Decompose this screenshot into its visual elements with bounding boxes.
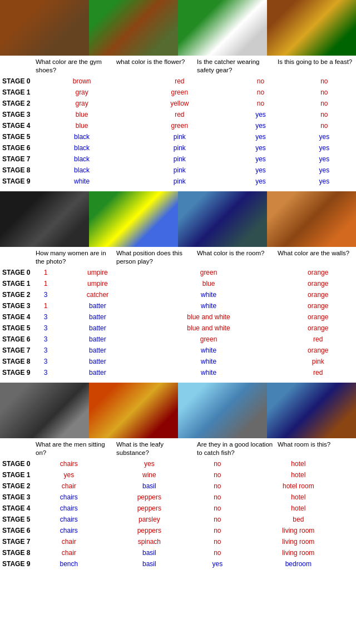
answer-2-1-3: hotel <box>241 469 356 480</box>
table-row: STAGE 6chairspeppersnoliving room <box>0 525 356 536</box>
data-table-2: STAGE 0chairsyesnohotelSTAGE 1yeswinenoh… <box>0 458 356 569</box>
answer-2-7-3: living room <box>241 536 356 547</box>
answer-0-6-1: pink <box>130 142 229 153</box>
image-cell-1-1 <box>89 191 178 247</box>
answer-1-4-0: 3 <box>33 311 58 323</box>
stage-label-0-2: STAGE 2 <box>0 98 33 109</box>
answer-2-5-0: chairs <box>33 514 105 525</box>
image-img-bedroom <box>267 383 356 438</box>
images-row-0 <box>0 0 356 56</box>
answer-0-6-0: black <box>33 142 130 153</box>
table-row: STAGE 1yeswinenohotel <box>0 469 356 480</box>
answer-0-1-3: no <box>293 87 356 98</box>
image-cell-0-2 <box>178 0 267 56</box>
answer-1-6-2: green <box>137 334 280 345</box>
answer-0-3-0: blue <box>33 109 130 120</box>
table-row: STAGE 63battergreenred <box>0 334 356 345</box>
answer-2-7-2: no <box>194 536 241 547</box>
answer-2-6-0: chairs <box>33 525 105 536</box>
answer-1-3-2: white <box>137 300 280 311</box>
answer-1-5-0: 3 <box>33 323 58 334</box>
answer-2-2-2: no <box>194 480 241 492</box>
image-cell-2-1 <box>89 383 178 438</box>
stage-label-2-7: STAGE 7 <box>0 536 33 547</box>
stage-label-1-2: STAGE 2 <box>0 289 33 300</box>
answer-2-5-2: no <box>194 514 241 525</box>
answer-1-8-3: pink <box>280 356 356 367</box>
answer-0-8-0: black <box>33 165 130 176</box>
image-img-men <box>0 383 89 438</box>
table-row: STAGE 73batterwhiteorange <box>0 345 356 356</box>
question-0-0: What color are the gym shoes? <box>33 58 114 75</box>
answer-2-0-3: hotel <box>241 458 356 469</box>
answer-0-0-3: no <box>293 76 356 87</box>
answer-0-8-1: pink <box>130 165 229 176</box>
image-img-feast <box>267 0 356 56</box>
table-row: STAGE 4chairspeppersnohotel <box>0 503 356 514</box>
answer-1-0-1: umpire <box>58 267 137 278</box>
answer-0-3-2: yes <box>229 109 292 120</box>
answer-0-7-3: yes <box>293 153 356 165</box>
answer-2-6-2: no <box>194 525 241 536</box>
answer-1-9-3: red <box>280 367 356 378</box>
stage-label-1-8: STAGE 8 <box>0 356 33 367</box>
answer-0-9-1: pink <box>130 176 229 187</box>
answer-2-9-0: bench <box>33 558 105 569</box>
answer-1-0-2: green <box>137 267 280 278</box>
answer-0-4-0: blue <box>33 120 130 131</box>
answer-0-1-2: no <box>229 87 292 98</box>
answer-1-8-1: batter <box>58 356 137 367</box>
answer-1-2-3: orange <box>280 289 356 300</box>
table-row: STAGE 0chairsyesnohotel <box>0 458 356 469</box>
answer-0-7-2: yes <box>229 153 292 165</box>
answer-0-0-2: no <box>229 76 292 87</box>
answer-0-0-1: red <box>130 76 229 87</box>
answer-1-1-1: umpire <box>58 278 137 289</box>
question-2-3: What room is this? <box>275 440 356 457</box>
table-row: STAGE 8blackpinkyesyes <box>0 165 356 176</box>
image-cell-0-3 <box>267 0 356 56</box>
image-img-baseball <box>89 191 178 247</box>
stage-label-2-8: STAGE 8 <box>0 547 33 558</box>
answer-1-7-1: batter <box>58 345 137 356</box>
answer-0-9-2: yes <box>229 176 292 187</box>
question-1-3: What color are the walls? <box>275 249 356 266</box>
table-row: STAGE 7blackpinkyesyes <box>0 153 356 165</box>
answer-0-1-0: gray <box>33 87 130 98</box>
answer-1-2-1: catcher <box>58 289 137 300</box>
answer-0-5-1: pink <box>130 131 229 142</box>
table-row: STAGE 53batterblue and whiteorange <box>0 323 356 334</box>
answer-1-6-1: batter <box>58 334 137 345</box>
question-2-2: Are they in a good location to catch fis… <box>195 440 275 457</box>
answer-0-1-1: green <box>130 87 229 98</box>
answer-2-4-2: no <box>194 503 241 514</box>
stage-label-0-3: STAGE 3 <box>0 109 33 120</box>
table-row: STAGE 9whitepinkyesyes <box>0 176 356 187</box>
answer-2-9-1: basil <box>105 558 194 569</box>
answer-1-0-0: 1 <box>33 267 58 278</box>
table-row: STAGE 7chairspinachnoliving room <box>0 536 356 547</box>
answer-2-3-0: chairs <box>33 492 105 503</box>
table-row: STAGE 0brownrednono <box>0 76 356 87</box>
answer-2-5-1: parsley <box>105 514 194 525</box>
answer-2-2-0: chair <box>33 480 105 492</box>
table-row: STAGE 6blackpinkyesyes <box>0 142 356 153</box>
answer-1-6-3: red <box>280 334 356 345</box>
image-img-livingroom <box>267 191 356 247</box>
table-row: STAGE 5chairsparsleynobed <box>0 514 356 525</box>
answer-2-8-3: living room <box>241 547 356 558</box>
stage-label-2-4: STAGE 4 <box>0 503 33 514</box>
answer-2-4-1: peppers <box>105 503 194 514</box>
table-row: STAGE 31batterwhiteorange <box>0 300 356 311</box>
questions-row-1: How many women are in the photo?What pos… <box>0 247 356 267</box>
stage-label-2-0: STAGE 0 <box>0 458 33 469</box>
answer-0-0-0: brown <box>33 76 130 87</box>
answer-1-2-0: 3 <box>33 289 58 300</box>
answer-2-1-0: yes <box>33 469 105 480</box>
table-row: STAGE 2chairbasilnohotel room <box>0 480 356 492</box>
answer-1-1-0: 1 <box>33 278 58 289</box>
stage-label-1-4: STAGE 4 <box>0 311 33 323</box>
answer-2-7-1: spinach <box>105 536 194 547</box>
answer-1-0-3: orange <box>280 267 356 278</box>
answer-0-3-3: no <box>293 109 356 120</box>
